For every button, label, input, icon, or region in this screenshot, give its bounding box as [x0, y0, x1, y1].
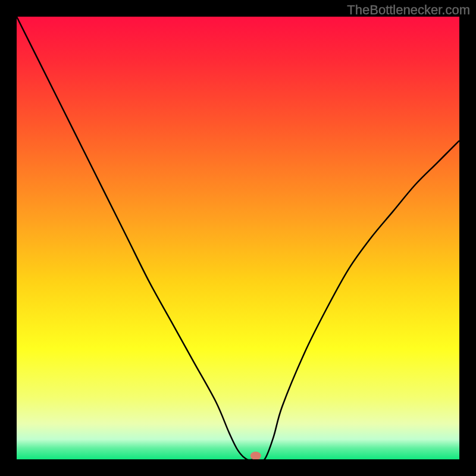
chart-container: TheBottlenecker.com	[0, 0, 476, 476]
attribution-label: TheBottlenecker.com	[347, 2, 470, 18]
gradient-background	[17, 17, 459, 459]
chart-svg	[17, 17, 459, 459]
plot-area	[17, 17, 459, 459]
